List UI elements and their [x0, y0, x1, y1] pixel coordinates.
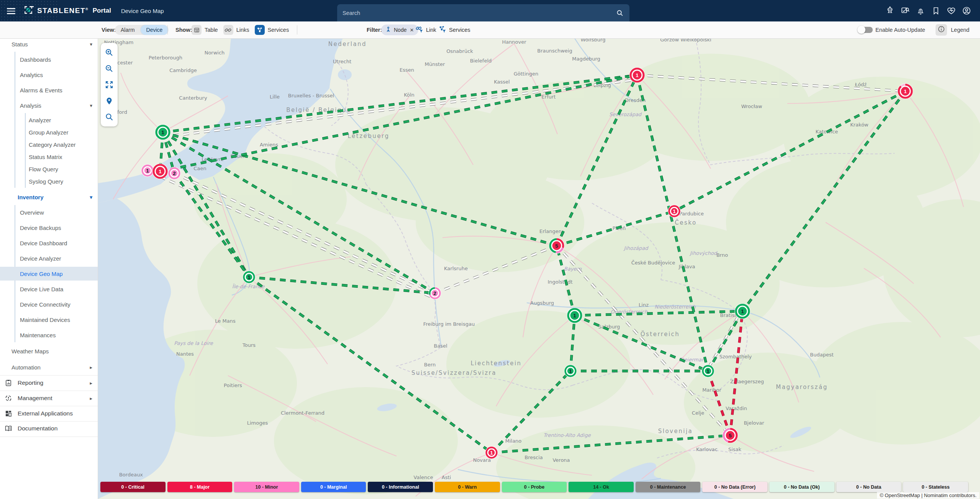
sidebar-item-device-geo-map[interactable]: Device Geo Map: [0, 267, 98, 281]
node-count: 1: [741, 309, 744, 314]
alarm-bell-icon[interactable]: [916, 6, 926, 16]
legend-chip-0-stateless[interactable]: 0 - Stateless: [903, 482, 968, 492]
bookmark-icon[interactable]: [931, 6, 941, 16]
sidebar-item-category-analyzer[interactable]: Category Analyzer: [0, 138, 98, 151]
search-input[interactable]: Search: [337, 4, 629, 21]
sidebar-item-syslog-query[interactable]: Syslog Query: [0, 174, 98, 188]
report-check-search-icon[interactable]: [900, 6, 910, 16]
map-node-berlin[interactable]: 1: [629, 67, 645, 83]
sidebar-item-maintained-devices[interactable]: Maintained Devices: [0, 313, 98, 327]
map-node-paris[interactable]: 1: [243, 271, 255, 283]
map-label: Münster: [425, 61, 446, 67]
toolbar-divider: [297, 25, 297, 34]
sidebar-item-status-matrix[interactable]: Status Matrix: [0, 150, 98, 164]
map-node-pardubice[interactable]: 1: [668, 205, 680, 217]
fullscreen-icon[interactable]: [104, 80, 114, 90]
sidebar-item-analyzer[interactable]: Analyzer: [0, 113, 98, 127]
sidebar-item-group-analyzer[interactable]: Group Analyzer: [0, 125, 98, 139]
sidebar-item-external-applications[interactable]: External Applications: [0, 407, 98, 420]
sidebar-item-analysis[interactable]: Analysis▾: [0, 98, 98, 112]
sidebar-item-flow-query[interactable]: Flow Query: [0, 162, 98, 176]
sidebar-item-overview[interactable]: Overview: [0, 205, 98, 219]
map-label: Clermont-Ferrand: [281, 410, 324, 416]
map-node-nuremberg[interactable]: 5: [549, 238, 564, 253]
map-node-muenchen[interactable]: 1: [567, 307, 582, 323]
search-icon[interactable]: [616, 9, 624, 17]
health-pulse-icon[interactable]: [946, 6, 956, 16]
sidebar-item-automation[interactable]: Automation▸: [0, 360, 98, 374]
map-node-graz[interactable]: 1: [701, 364, 714, 377]
legend-chip-0-no-data-ok[interactable]: 0 - No Data (Ok): [769, 482, 834, 492]
zoom-in-icon[interactable]: [104, 48, 114, 57]
sidebar-item-device-analyzer[interactable]: Device Analyzer: [0, 251, 98, 265]
auto-update-toggle[interactable]: [858, 27, 873, 33]
sidebar-item-reporting[interactable]: Reporting▸: [0, 376, 98, 390]
map-label: Le Mans: [215, 318, 236, 324]
map-node-portsmouth[interactable]: 2: [168, 167, 180, 179]
legend-chip-0-probe[interactable]: 0 - Probe: [502, 482, 567, 492]
sidebar-item-alarms-events[interactable]: Alarms & Events: [0, 83, 98, 97]
sidebar-item-device-dashboard[interactable]: Device Dashboard: [0, 236, 98, 250]
sidebar-item-status[interactable]: Status▾: [0, 37, 98, 51]
legend-chip-0-maintenance[interactable]: 0 - Maintenance: [636, 482, 701, 492]
sidebar-item-dashboards[interactable]: Dashboards: [0, 53, 98, 66]
map-node-novara[interactable]: 1: [485, 446, 498, 459]
map-node-bournemouth[interactable]: 1: [152, 163, 168, 179]
legend-chip-0-critical[interactable]: 0 - Critical: [100, 482, 166, 492]
account-icon[interactable]: [962, 6, 972, 16]
filter-services-button[interactable]: Services: [439, 21, 470, 38]
sidebar-item-maintenances[interactable]: Maintenances: [0, 328, 98, 342]
legend-chip-10-minor[interactable]: 10 - Minor: [234, 482, 299, 492]
close-icon[interactable]: ✕: [409, 27, 415, 33]
map-search-icon[interactable]: [104, 112, 114, 122]
sidebar-item-management[interactable]: Management▸: [0, 391, 98, 405]
map-label: Slovenija: [658, 428, 693, 435]
sidebar-item-analytics[interactable]: Analytics: [0, 68, 98, 82]
sidebar-item-device-connectivity[interactable]: Device Connectivity: [0, 297, 98, 311]
chevron-right-icon: ▸: [90, 364, 92, 370]
legend-chip-0-marginal[interactable]: 0 - Marginal: [301, 482, 366, 492]
assistant-robot-icon[interactable]: [885, 6, 895, 16]
filter-link-button[interactable]: Link: [416, 21, 436, 38]
view-device-button[interactable]: Device: [141, 25, 169, 35]
sidebar-item-documentation[interactable]: Documentation: [0, 422, 98, 435]
view-alarm-button[interactable]: Alarm: [115, 25, 141, 35]
zoom-out-icon[interactable]: [104, 64, 114, 74]
sidebar-item-label: Flow Query: [29, 166, 58, 172]
sidebar-item-device-live-data[interactable]: Device Live Data: [0, 282, 98, 296]
marker-icon[interactable]: [104, 96, 114, 106]
map-label: Ingolstadt: [547, 279, 572, 285]
map-label: Valence: [414, 474, 433, 480]
show-services-button[interactable]: Services: [255, 25, 289, 35]
link-filter-icon: [416, 25, 423, 34]
legend-chip-0-informational[interactable]: 0 - Informational: [368, 482, 433, 492]
legend-button[interactable]: [936, 24, 947, 36]
map-node-innsbruck[interactable]: 1: [564, 364, 577, 377]
show-links-button[interactable]: Links: [223, 25, 249, 35]
show-table-button[interactable]: Table: [192, 25, 218, 35]
map-node-london[interactable]: 1: [155, 124, 170, 140]
map-node-wien[interactable]: 1: [734, 303, 750, 319]
hamburger-menu-icon[interactable]: [7, 7, 16, 15]
legend-chip-0-no-data-error[interactable]: 0 - No Data (Error): [702, 482, 767, 492]
map-node-warszawa[interactable]: 1: [897, 83, 913, 99]
sidebar-item-label: Device Connectivity: [20, 301, 70, 308]
map-canvas[interactable]: NottinghamNorwichPeterboroughLeicesterCa…: [98, 38, 980, 499]
map-label: Peterborough: [149, 55, 182, 61]
legend-chip-0-warn[interactable]: 0 - Warn: [435, 482, 500, 492]
sidebar-item-device-backups[interactable]: Device Backups: [0, 221, 98, 235]
filter-chip-node[interactable]: Node ✕: [381, 25, 418, 35]
map-node-zagreb[interactable]: 5: [722, 427, 738, 443]
geo-map[interactable]: NottinghamNorwichPeterboroughLeicesterCa…: [98, 38, 980, 499]
filter-services-label: Services: [449, 27, 470, 33]
legend-chip-14-ok[interactable]: 14 - Ok: [569, 482, 634, 492]
sidebar-item-inventory[interactable]: Inventory▾: [0, 190, 98, 204]
legend-chip-0-no-data[interactable]: 0 - No Data: [836, 482, 901, 492]
map-label: Szombathely: [719, 354, 752, 359]
map-node-strasbourg[interactable]: 2: [428, 287, 441, 299]
map-node-poole[interactable]: 1: [141, 164, 154, 177]
legend-chip-8-major[interactable]: 8 - Major: [167, 482, 233, 492]
sidebar-item-weather-maps[interactable]: Weather Maps: [0, 344, 98, 358]
legend-label: Legend: [951, 27, 969, 33]
search-placeholder: Search: [343, 10, 360, 16]
